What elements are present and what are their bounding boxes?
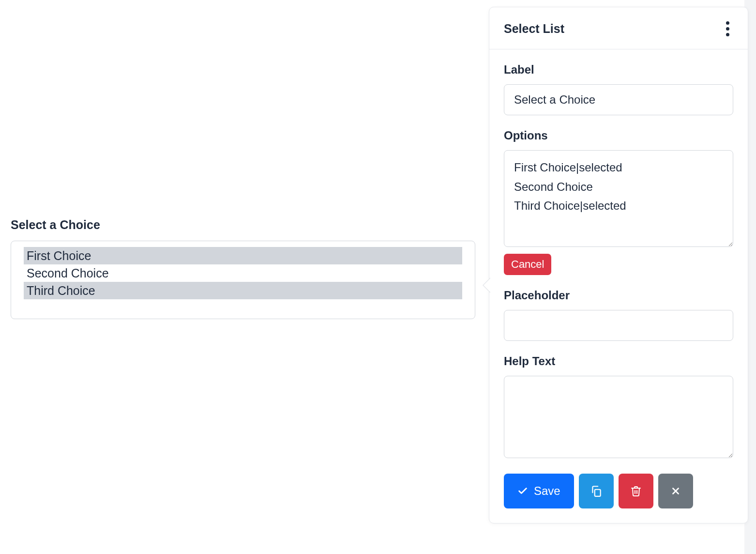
panel-title: Select List <box>504 22 564 36</box>
trash-icon <box>630 485 642 497</box>
helptext-field-title: Help Text <box>504 354 733 368</box>
copy-button[interactable] <box>579 474 614 508</box>
label-field-group: Label <box>504 63 733 115</box>
config-panel: Select List Label Options Cancel Placeho… <box>489 7 748 523</box>
select-option[interactable]: Second Choice <box>24 264 462 282</box>
placeholder-input[interactable] <box>504 310 733 341</box>
placeholder-field-title: Placeholder <box>504 289 733 302</box>
save-button-label: Save <box>534 484 560 498</box>
cancel-button[interactable]: Cancel <box>504 254 551 275</box>
panel-header: Select List <box>489 7 748 49</box>
close-button[interactable] <box>658 474 693 508</box>
panel-arrow <box>483 277 490 293</box>
preview-area: Select a Choice First Choice Second Choi… <box>11 218 475 319</box>
preview-label: Select a Choice <box>11 218 475 232</box>
save-button[interactable]: Save <box>504 474 574 508</box>
helptext-textarea[interactable] <box>504 376 733 458</box>
close-icon <box>670 486 681 496</box>
check-icon <box>517 486 528 496</box>
label-input[interactable] <box>504 84 733 115</box>
select-option[interactable]: Third Choice <box>24 282 462 299</box>
select-list-preview[interactable]: First Choice Second Choice Third Choice <box>11 241 475 319</box>
copy-icon <box>590 485 603 497</box>
select-option[interactable]: First Choice <box>24 247 462 264</box>
options-textarea[interactable] <box>504 150 733 247</box>
placeholder-field-group: Placeholder <box>504 289 733 341</box>
panel-body: Label Options Cancel Placeholder Help Te… <box>489 49 748 523</box>
svg-rect-0 <box>594 490 600 496</box>
label-field-title: Label <box>504 63 733 77</box>
action-button-row: Save <box>504 474 733 508</box>
options-field-group: Options Cancel <box>504 129 733 275</box>
delete-button[interactable] <box>619 474 653 508</box>
more-options-icon[interactable] <box>722 21 733 36</box>
helptext-field-group: Help Text <box>504 354 733 460</box>
options-field-title: Options <box>504 129 733 142</box>
